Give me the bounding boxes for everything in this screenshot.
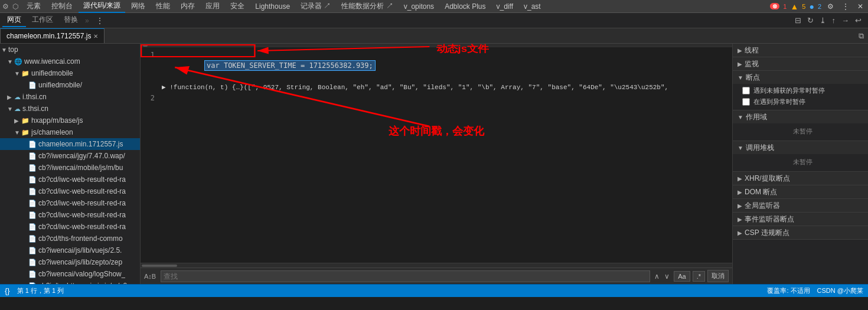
tree-label-cb6: cb?cd/iwc-web-result-red-ra [38, 211, 126, 219]
menu-item-performance[interactable]: 性能 [151, 0, 175, 12]
menu-item-recorder[interactable]: 记录器 ↗ [296, 0, 335, 12]
section-dom-header[interactable]: ▶ DOM 断点 [733, 185, 868, 198]
panel-icon-1[interactable]: ⊟ [793, 16, 803, 25]
menu-item-perf-data[interactable]: 性能数据分析 ↗ [337, 0, 397, 12]
tab-replace[interactable]: 替换 [59, 14, 83, 27]
panel-icon-3[interactable]: ⤓ [818, 16, 828, 25]
folder-icon-hxapp: 📁 [21, 117, 30, 125]
tree-item-cb2[interactable]: 📄 cb?/iwencai/mobile/js/m/bu [0, 162, 140, 174]
menu-item-v-ast[interactable]: v_ast [519, 1, 546, 12]
settings-icon[interactable]: ⚙ [825, 2, 836, 11]
tree-item-unifiedmobile[interactable]: ▼ 📁 unifiedmobile [0, 67, 140, 79]
tree-item-cb12[interactable]: 📄 cb?js/ta_https.min.js;js/m/v2 [0, 280, 140, 284]
tree-item-chameleon-js[interactable]: 📄 chameleon.min.1712557.js [0, 138, 140, 150]
status-bar: {} 第 1 行，第 1 列 覆盖率: 不适用 CSDN @小爬莱 [0, 284, 868, 297]
tree-item-ithsi[interactable]: ▶ ☁ i.thsi.cn [0, 91, 140, 103]
section-watch-header[interactable]: ▶ 监视 [733, 57, 868, 70]
section-dom: ▶ DOM 断点 [733, 185, 868, 199]
error-badge: ⊗ [770, 3, 779, 9]
section-csp-header[interactable]: ▶ CSP 违规断点 [733, 226, 868, 239]
tree-item-iwencai[interactable]: ▼ 🌐 www.iwencai.com [0, 56, 140, 67]
section-scope-header[interactable]: ▼ 作用域 [733, 110, 868, 123]
menu-item-v-diff[interactable]: v_diff [492, 1, 518, 12]
file-icon-cb6: 📄 [28, 211, 37, 219]
line-code-2: ▶ !function(n, t) {…}([″, 9527, String, … [162, 82, 732, 93]
menu-item-v-options[interactable]: v_opitons [399, 1, 439, 12]
tree-item-sthsi[interactable]: ▼ ☁ s.thsi.cn [0, 103, 140, 115]
section-callstack-header[interactable]: ▼ 调用堆栈 [733, 141, 868, 154]
menu-item-memory[interactable]: 内存 [176, 0, 200, 12]
file-tab-chameleon[interactable]: chameleon.min.1712557.js ✕ [0, 28, 105, 43]
file-icon-cb1: 📄 [28, 152, 37, 160]
breakpoint-uncaught-checkbox[interactable] [742, 87, 750, 94]
menu-item-security[interactable]: 安全 [226, 0, 249, 12]
devtools-icon: ⚙ [2, 2, 9, 11]
regex-button[interactable]: .* [693, 271, 705, 282]
tree-item-jschameleon[interactable]: ▼ 📁 js/chameleon [0, 126, 140, 138]
section-global-listeners-header[interactable]: ▶ 全局监听器 [733, 199, 868, 212]
tree-item-cb11[interactable]: 📄 cb?iwencai/valog/logShow_ [0, 268, 140, 280]
close-icon[interactable]: ✕ [855, 2, 866, 11]
section-csp-label: CSP 违规断点 [745, 228, 789, 238]
menu-item-adblock[interactable]: Adblock Plus [440, 1, 490, 12]
tree-item-cb9[interactable]: 📄 cb?iwencai/js/lib/vuejs/2.5. [0, 244, 140, 256]
status-right-label: CSDN @小爬莱 [817, 286, 863, 295]
menu-item-network[interactable]: 网络 [126, 0, 150, 12]
menu-item-console[interactable]: 控制台 [47, 0, 77, 12]
callstack-empty: 未暂停 [742, 155, 863, 169]
file-tab-close-icon[interactable]: ✕ [93, 33, 98, 40]
file-icon-cb12: 📄 [28, 282, 37, 285]
match-case-button[interactable]: Aa [674, 271, 690, 282]
horizontal-scrollbar[interactable] [141, 263, 732, 267]
panel-icon-4[interactable]: ↑ [830, 16, 838, 25]
section-breakpoints-header[interactable]: ▼ 断点 [733, 71, 868, 84]
tree-item-cb3[interactable]: 📄 cb?cd/iwc-web-result-red-ra [0, 174, 140, 185]
file-icon-cb8: 📄 [28, 235, 37, 243]
panel-icon-2[interactable]: ↻ [805, 16, 815, 25]
tree-arrow-cb4 [21, 188, 27, 195]
tab-webpage[interactable]: 网页 [2, 14, 26, 27]
cloud-icon-sthsi: ☁ [14, 105, 21, 113]
tree-label-iwencai: www.iwencai.com [24, 57, 80, 66]
tree-item-cb8[interactable]: 📄 cb?cd/ths-frontend-commo [0, 233, 140, 244]
section-breakpoints-label: 断点 [746, 73, 760, 83]
tree-item-cb7[interactable]: 📄 cb?cd/iwc-web-result-red-ra [0, 221, 140, 233]
section-xhr-header[interactable]: ▶ XHR/提取断点 [733, 172, 868, 185]
search-input[interactable] [161, 270, 650, 282]
tree-item-top[interactable]: ▼ top [0, 44, 140, 56]
scrollbar-h-thumb [142, 265, 177, 267]
file-tree-sidebar: ▼ top ▼ 🌐 www.iwencai.com ▼ 📁 unifiedmob… [0, 44, 141, 284]
code-content[interactable]: 1 var TOKEN_SERVER_TIME = 1712556382.939… [141, 47, 732, 263]
file-icon-cb3: 📄 [28, 176, 37, 184]
tree-label-cb9: cb?iwencai/js/lib/vuejs/2.5. [38, 246, 122, 254]
panel-icon-5[interactable]: → [840, 16, 851, 25]
section-event-listeners-header[interactable]: ▶ 事件监听器断点 [733, 213, 868, 226]
tree-item-cb6[interactable]: 📄 cb?cd/iwc-web-result-red-ra [0, 209, 140, 221]
panel-icon-6[interactable]: ↩ [853, 16, 863, 25]
tree-item-cb4[interactable]: 📄 cb?cd/iwc-web-result-red-ra [0, 185, 140, 197]
cancel-search-button[interactable]: 取消 [707, 270, 729, 282]
menu-item-lighthouse[interactable]: Lighthouse [250, 1, 295, 12]
search-arrow-up[interactable]: ∧ [652, 272, 661, 280]
tab-bar-icons: ⋮ [94, 16, 106, 25]
tree-item-unifiedmobile-file[interactable]: 📄 unifiedmobile/ [0, 79, 140, 91]
tab-workspace[interactable]: 工作区 [27, 14, 58, 27]
tree-item-hxapp[interactable]: ▶ 📁 hxapp/m/base/js [0, 115, 140, 126]
tree-label-cb1: cb?/iwencai/jgy/7.47.0.wap/ [38, 152, 125, 160]
breakpoint-caught-checkbox[interactable] [742, 98, 750, 106]
menu-item-application[interactable]: 应用 [201, 0, 224, 12]
search-arrow-down[interactable]: ∨ [663, 272, 671, 280]
split-editor-icon[interactable]: ⧉ [857, 31, 866, 41]
sidebar-toggle-icon[interactable]: ⋮ [94, 16, 106, 25]
tree-item-cb5[interactable]: 📄 cb?cd/iwc-web-result-red-ra [0, 197, 140, 209]
menu-item-elements[interactable]: 元素 [22, 0, 45, 12]
more-icon[interactable]: ⋮ [840, 2, 851, 11]
section-scope-label: 作用域 [746, 112, 767, 122]
menu-item-sources[interactable]: 源代码/来源 [79, 0, 125, 13]
tree-item-cb10[interactable]: 📄 cb?iwencai/js/lib/zepto/zep [0, 256, 140, 268]
tab-bar: 网页 工作区 替换 » ⋮ ⊟ ↻ ⤓ ↑ → ↩ [0, 13, 868, 28]
tree-item-cb1[interactable]: 📄 cb?/iwencai/jgy/7.47.0.wap/ [0, 150, 140, 162]
scope-empty: 未暂停 [742, 125, 863, 138]
section-xhr: ▶ XHR/提取断点 [733, 172, 868, 185]
section-threads-header[interactable]: ▶ 线程 [733, 44, 868, 57]
